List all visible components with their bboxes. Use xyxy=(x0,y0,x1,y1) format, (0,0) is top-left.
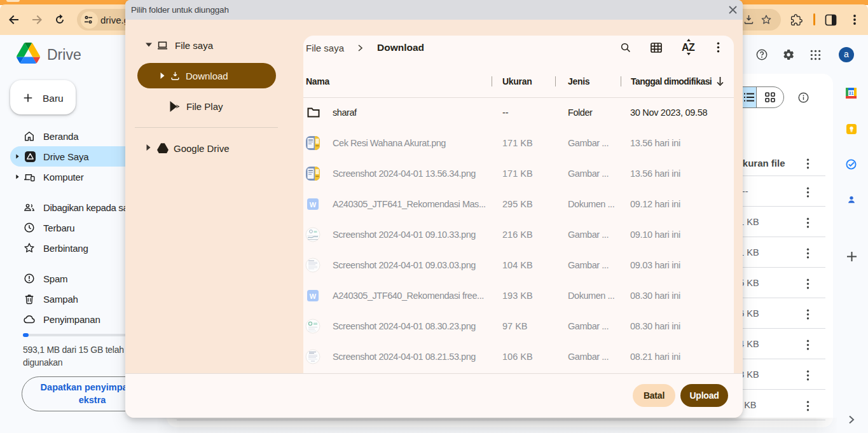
svg-text:W: W xyxy=(310,201,317,209)
svg-text:31: 31 xyxy=(849,91,854,95)
svg-text:W: W xyxy=(310,292,317,300)
